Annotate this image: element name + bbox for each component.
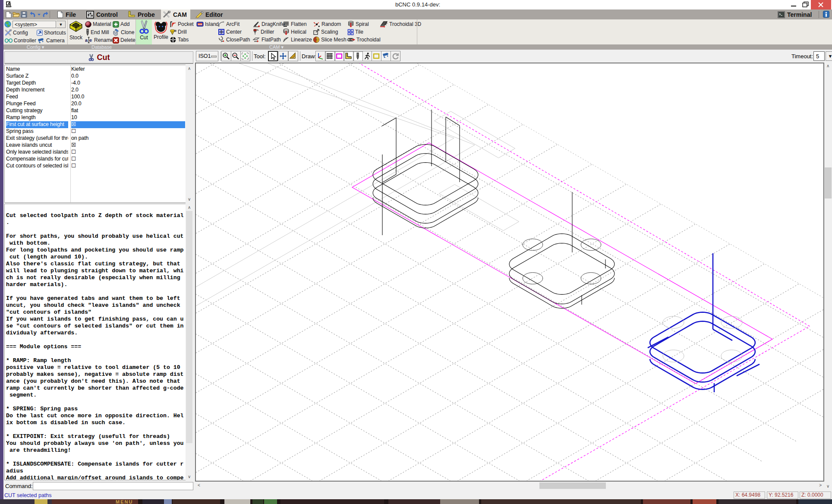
property-row[interactable]: Ramp length10 [5, 114, 185, 121]
tool-pan-button[interactable] [278, 51, 288, 61]
driller-button[interactable]: Driller [252, 28, 274, 35]
canvas[interactable] [195, 63, 824, 482]
property-row[interactable]: Exit strategy (usefull for threads)on pa… [5, 135, 185, 142]
property-row[interactable]: Surface Z0.0 [5, 73, 185, 80]
arcfit-button[interactable]: ArcFit [218, 21, 240, 28]
view-menu-button[interactable]: ISO1 [196, 51, 218, 61]
group-label-config[interactable]: Config ▾ [3, 44, 67, 50]
command-input[interactable] [33, 482, 193, 490]
property-row[interactable]: First cut at surface height☒ [5, 121, 185, 128]
trochoidal-3d-button[interactable]: Trochoidal 3D [380, 21, 421, 28]
zoom-in-button[interactable] [221, 51, 231, 61]
draw-margins-rect-button[interactable] [334, 51, 344, 61]
property-row[interactable]: Feed100.0 [5, 94, 185, 101]
draw-workarea-rect-button[interactable] [372, 51, 381, 61]
property-table[interactable]: NameKieferSurface Z0.0Target Depth-4.0De… [4, 65, 186, 203]
tab-control[interactable]: Control [85, 9, 123, 19]
timeout-dropdown[interactable]: ▼ [826, 51, 832, 61]
property-value[interactable]: flat [71, 107, 185, 114]
tool-select-button[interactable] [268, 51, 278, 61]
save-button[interactable] [21, 11, 27, 19]
canvas-vscrollbar[interactable]: ∧ ∨ [824, 63, 832, 489]
scroll-thumb[interactable] [186, 211, 192, 443]
stock-button[interactable]: Stock [67, 20, 85, 41]
add-button[interactable]: Add [113, 21, 129, 28]
property-value[interactable]: 0.0 [71, 73, 185, 80]
shortcuts-button[interactable]: Shortcuts [37, 29, 66, 36]
group-label-cam[interactable]: CAM ▾ [136, 44, 417, 50]
scroll-up-arrow[interactable]: ∧ [188, 66, 191, 71]
tile-button[interactable]: Tile [347, 28, 363, 35]
zoom-fit-button[interactable] [240, 51, 250, 61]
tab-editor[interactable]: Editor [194, 9, 232, 19]
tab-probe[interactable]: Probe [126, 9, 160, 19]
timeout-entry[interactable]: 5 [813, 51, 825, 61]
property-value[interactable]: 2.0 [71, 87, 185, 94]
drill-button[interactable]: Drill [170, 28, 187, 35]
property-row[interactable]: NameKiefer [5, 66, 185, 73]
center-button[interactable]: Center [218, 28, 242, 35]
group-label-database[interactable]: Database [68, 44, 136, 50]
hscroll-right[interactable]: > [819, 483, 822, 488]
scaling-button[interactable]: Scaling [313, 28, 338, 35]
random-button[interactable]: Random [313, 21, 341, 28]
open-folder-button[interactable] [13, 11, 20, 19]
draw-axes-button[interactable] [315, 51, 325, 61]
title-bar[interactable]: bCNC 0.9.14-dev: [3, 0, 832, 9]
spiral-button[interactable]: Spiral [347, 21, 369, 28]
property-value[interactable]: 20.0 [71, 101, 185, 107]
tabs-button[interactable]: Tabs [170, 36, 189, 43]
property-value[interactable]: ☒ [71, 142, 185, 149]
property-row[interactable]: Cut contours of selected islands☐ [5, 163, 185, 170]
tab-cam[interactable]: CAM [161, 9, 190, 19]
closepath-button[interactable]: ClosePath [218, 36, 250, 43]
material-button[interactable]: Material [85, 21, 111, 28]
controller-button[interactable]: Controller [5, 37, 36, 44]
property-row[interactable]: Cutting strategyflat [5, 107, 185, 114]
scroll-down-arrow[interactable]: ∨ [188, 197, 191, 202]
dragknife-button[interactable]: DragKnife [252, 21, 284, 28]
undo-dropdown-button[interactable] [37, 11, 41, 19]
draw-refresh-button[interactable] [391, 51, 400, 61]
linearize-button[interactable]: Linearize [283, 36, 312, 43]
config-button[interactable]: Config [5, 29, 28, 36]
tab-terminal[interactable]: Terminal [778, 9, 817, 19]
scroll-up-arrow[interactable]: ∧ [188, 205, 191, 210]
property-value[interactable]: -4.0 [71, 80, 185, 87]
flatpath-button[interactable]: FlatPath [252, 36, 281, 43]
canvas-hscrollbar[interactable]: < > [195, 482, 824, 489]
endmill-button[interactable]: End Mill [86, 29, 109, 36]
slice-mesh-button[interactable]: Slice Mesh [313, 36, 347, 43]
config-combobox-dropdown[interactable]: ▼ [57, 21, 66, 28]
property-row[interactable]: Depth Increment2.0 [5, 87, 185, 94]
island-button[interactable]: Island [196, 21, 219, 28]
property-row[interactable]: Spring pass☐ [5, 128, 185, 135]
property-value[interactable]: 10 [71, 114, 185, 121]
undo-button[interactable] [29, 11, 36, 19]
panel-header-cut[interactable]: Cut [4, 51, 193, 64]
tab-file[interactable]: File [55, 9, 82, 19]
property-value[interactable]: ☒ [71, 121, 185, 128]
property-value[interactable]: ☐ [71, 163, 185, 170]
draw-endmill-button[interactable] [353, 51, 363, 61]
property-value[interactable]: ☐ [71, 149, 185, 156]
zoom-out-button[interactable] [231, 51, 241, 61]
draw-run-man-button[interactable] [362, 51, 372, 61]
property-value[interactable]: 100.0 [71, 94, 185, 101]
hscroll-thumb[interactable] [539, 482, 606, 489]
pocket-button[interactable]: Pocket [170, 21, 194, 28]
property-row[interactable]: Compensate islands for cutter radius☐ [5, 156, 185, 163]
vscroll-up[interactable]: ∧ [826, 63, 829, 68]
delete-button[interactable]: Delete [113, 37, 136, 44]
profile-button[interactable]: Profile [152, 20, 170, 40]
camera-button[interactable]: Camera [37, 37, 65, 44]
helical-button[interactable]: Helical [283, 28, 306, 35]
redo-button[interactable] [42, 11, 49, 19]
help-scrollbar[interactable]: ∧∨ [186, 204, 193, 480]
scroll-down-arrow[interactable]: ∨ [188, 474, 191, 479]
property-value[interactable]: ☐ [71, 128, 185, 135]
config-combobox[interactable]: <system> [13, 21, 56, 28]
tool-gantry-button[interactable] [288, 51, 298, 61]
hscroll-left[interactable]: < [198, 483, 200, 488]
clone-button[interactable]: Clone [113, 29, 134, 36]
